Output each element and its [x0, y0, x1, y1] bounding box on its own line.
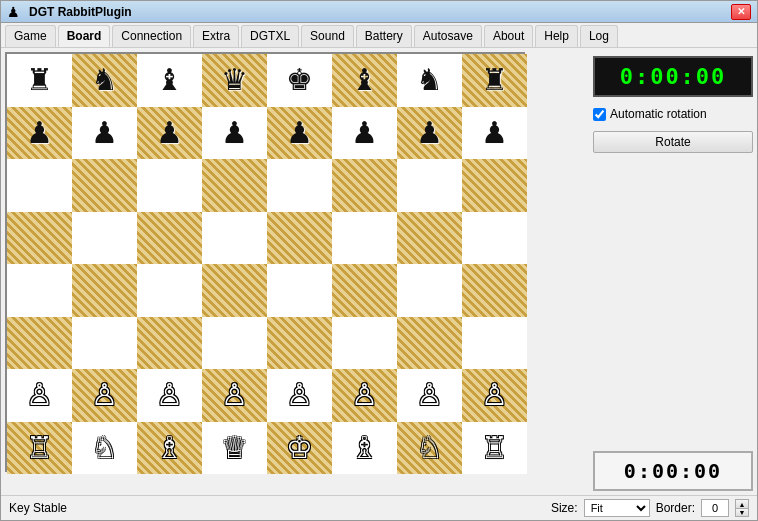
square-e6[interactable]: [267, 159, 332, 212]
square-f3[interactable]: [332, 317, 397, 370]
square-h1[interactable]: ♖: [462, 422, 527, 475]
square-g4[interactable]: [397, 264, 462, 317]
square-e4[interactable]: [267, 264, 332, 317]
square-h5[interactable]: [462, 212, 527, 265]
square-b4[interactable]: [72, 264, 137, 317]
square-c8[interactable]: ♝: [137, 54, 202, 107]
piece-wb: ♗: [351, 433, 378, 463]
square-a2[interactable]: ♙: [7, 369, 72, 422]
tab-connection[interactable]: Connection: [112, 25, 191, 47]
square-h3[interactable]: [462, 317, 527, 370]
piece-bp: ♟: [286, 118, 313, 148]
square-b2[interactable]: ♙: [72, 369, 137, 422]
square-d4[interactable]: [202, 264, 267, 317]
square-e7[interactable]: ♟: [267, 107, 332, 160]
square-d5[interactable]: [202, 212, 267, 265]
square-c4[interactable]: [137, 264, 202, 317]
square-h7[interactable]: ♟: [462, 107, 527, 160]
tab-battery[interactable]: Battery: [356, 25, 412, 47]
square-c3[interactable]: [137, 317, 202, 370]
square-d8[interactable]: ♛: [202, 54, 267, 107]
square-f1[interactable]: ♗: [332, 422, 397, 475]
square-f7[interactable]: ♟: [332, 107, 397, 160]
square-g6[interactable]: [397, 159, 462, 212]
square-f2[interactable]: ♙: [332, 369, 397, 422]
square-g2[interactable]: ♙: [397, 369, 462, 422]
piece-bb: ♝: [351, 65, 378, 95]
square-f5[interactable]: [332, 212, 397, 265]
auto-rotation-container: Automatic rotation: [593, 105, 753, 123]
square-a4[interactable]: [7, 264, 72, 317]
tab-dgtxl[interactable]: DGTXL: [241, 25, 299, 47]
square-d6[interactable]: [202, 159, 267, 212]
piece-wp: ♙: [351, 380, 378, 410]
square-d7[interactable]: ♟: [202, 107, 267, 160]
auto-rotation-label: Automatic rotation: [610, 107, 707, 121]
tab-extra[interactable]: Extra: [193, 25, 239, 47]
tab-autosave[interactable]: Autosave: [414, 25, 482, 47]
square-c1[interactable]: ♗: [137, 422, 202, 475]
square-g5[interactable]: [397, 212, 462, 265]
square-f4[interactable]: [332, 264, 397, 317]
square-c6[interactable]: [137, 159, 202, 212]
piece-wp: ♙: [26, 380, 53, 410]
rotate-button[interactable]: Rotate: [593, 131, 753, 153]
square-h2[interactable]: ♙: [462, 369, 527, 422]
spin-up-button[interactable]: ▲: [735, 499, 749, 508]
piece-wp: ♙: [286, 380, 313, 410]
tab-about[interactable]: About: [484, 25, 533, 47]
square-e1[interactable]: ♔: [267, 422, 332, 475]
square-a5[interactable]: [7, 212, 72, 265]
square-d3[interactable]: [202, 317, 267, 370]
piece-bn: ♞: [91, 65, 118, 95]
square-h6[interactable]: [462, 159, 527, 212]
square-g3[interactable]: [397, 317, 462, 370]
square-g8[interactable]: ♞: [397, 54, 462, 107]
square-b1[interactable]: ♘: [72, 422, 137, 475]
spin-down-button[interactable]: ▼: [735, 508, 749, 517]
square-a8[interactable]: ♜: [7, 54, 72, 107]
tab-log[interactable]: Log: [580, 25, 618, 47]
piece-bk: ♚: [286, 65, 313, 95]
square-a3[interactable]: [7, 317, 72, 370]
square-e2[interactable]: ♙: [267, 369, 332, 422]
square-d1[interactable]: ♕: [202, 422, 267, 475]
piece-bb: ♝: [156, 65, 183, 95]
size-select[interactable]: Fit Small Medium Large: [584, 499, 650, 517]
close-button[interactable]: ✕: [731, 4, 751, 20]
square-b3[interactable]: [72, 317, 137, 370]
square-f8[interactable]: ♝: [332, 54, 397, 107]
square-a7[interactable]: ♟: [7, 107, 72, 160]
square-h4[interactable]: [462, 264, 527, 317]
square-e3[interactable]: [267, 317, 332, 370]
tab-sound[interactable]: Sound: [301, 25, 354, 47]
square-a6[interactable]: [7, 159, 72, 212]
square-e5[interactable]: [267, 212, 332, 265]
tab-game[interactable]: Game: [5, 25, 56, 47]
piece-wr: ♖: [481, 433, 508, 463]
square-b5[interactable]: [72, 212, 137, 265]
tab-board[interactable]: Board: [58, 25, 111, 47]
square-c5[interactable]: [137, 212, 202, 265]
square-f6[interactable]: [332, 159, 397, 212]
tab-help[interactable]: Help: [535, 25, 578, 47]
square-g1[interactable]: ♘: [397, 422, 462, 475]
clock-top: 0:00:00: [593, 56, 753, 97]
size-label: Size:: [551, 501, 578, 515]
piece-bp: ♟: [91, 118, 118, 148]
square-a1[interactable]: ♖: [7, 422, 72, 475]
square-b8[interactable]: ♞: [72, 54, 137, 107]
auto-rotation-checkbox[interactable]: [593, 108, 606, 121]
piece-bp: ♟: [351, 118, 378, 148]
square-b6[interactable]: [72, 159, 137, 212]
border-input[interactable]: [701, 499, 729, 517]
square-b7[interactable]: ♟: [72, 107, 137, 160]
square-g7[interactable]: ♟: [397, 107, 462, 160]
square-e8[interactable]: ♚: [267, 54, 332, 107]
square-d2[interactable]: ♙: [202, 369, 267, 422]
piece-br: ♜: [26, 65, 53, 95]
square-h8[interactable]: ♜: [462, 54, 527, 107]
piece-wp: ♙: [481, 380, 508, 410]
square-c7[interactable]: ♟: [137, 107, 202, 160]
square-c2[interactable]: ♙: [137, 369, 202, 422]
